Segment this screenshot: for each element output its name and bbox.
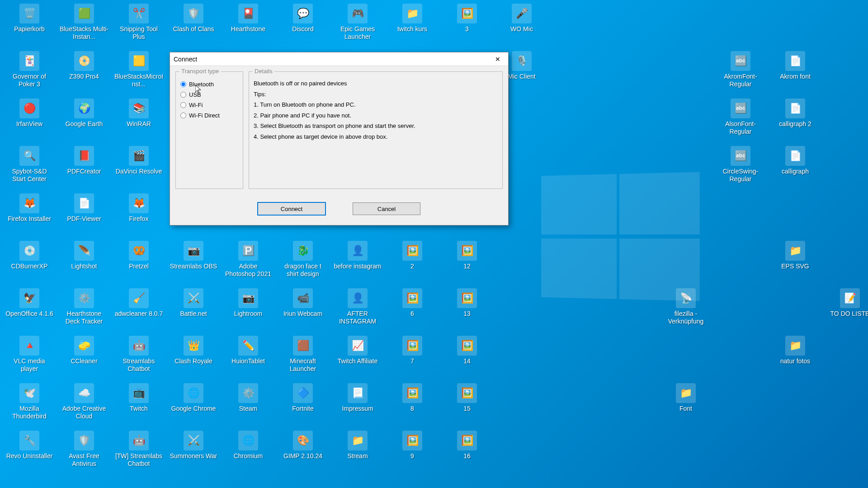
- desktop-icon[interactable]: 👤before instagram: [333, 241, 382, 270]
- desktop-icon[interactable]: ⚙️Hearthstone Deck Tracker: [59, 288, 109, 325]
- desktop-icon[interactable]: 🔧Revo Uninstaller: [5, 431, 54, 460]
- desktop-icon[interactable]: 🎬DaVinci Resolve: [114, 146, 164, 175]
- desktop-icon[interactable]: ⚔️Summoners War: [169, 431, 218, 460]
- desktop-icon[interactable]: 📄calligraph 2: [770, 99, 820, 128]
- desktop-icon[interactable]: 🖼️6: [387, 288, 437, 318]
- desktop-icon[interactable]: 📁twitch kurs: [387, 4, 437, 33]
- desktop-icon[interactable]: 🧽CCleaner: [59, 336, 109, 365]
- desktop-icon[interactable]: 🔤AkromFont-Regular: [716, 51, 765, 88]
- dialog-titlebar[interactable]: Connect ✕: [170, 52, 508, 66]
- desktop-icon[interactable]: 🛡️Clash of Clans: [169, 4, 218, 33]
- radio-wifi-direct-input[interactable]: [180, 113, 186, 118]
- desktop-icon[interactable]: 📄PDF-Viewer: [59, 193, 109, 223]
- desktop-icon[interactable]: 🌍Google Earth: [59, 99, 109, 128]
- desktop-icon[interactable]: 🎴Hearthstone: [223, 4, 273, 33]
- desktop-icon[interactable]: 🖼️2: [387, 241, 437, 270]
- desktop-icon[interactable]: 🖼️7: [387, 336, 437, 365]
- desktop-icon[interactable]: 🖼️12: [442, 241, 492, 270]
- radio-wifi-direct[interactable]: Wi-Fi Direct: [180, 112, 238, 119]
- desktop-icon[interactable]: 📈Twitch Affiliate: [333, 336, 382, 365]
- desktop-icon-label: Iriun Webcam: [283, 310, 322, 318]
- desktop-icon[interactable]: 🦅OpenOffice 4.1.6: [5, 288, 54, 318]
- desktop-icon[interactable]: 📚WinRAR: [114, 99, 164, 128]
- desktop-icon[interactable]: ⚙️Steam: [223, 383, 273, 413]
- desktop-icon[interactable]: 📁Stream: [333, 431, 382, 460]
- desktop-icon[interactable]: 🃏Governor of Poker 3: [5, 51, 54, 88]
- radio-bluetooth[interactable]: Bluetooth: [180, 81, 238, 88]
- desktop-icon[interactable]: 📹Iriun Webcam: [278, 288, 328, 318]
- app-icon: 🔧: [19, 431, 39, 450]
- desktop-icon[interactable]: 🥨Pretzel: [114, 241, 164, 270]
- desktop-icon[interactable]: 🛡️Avast Free Antivirus: [59, 431, 109, 468]
- desktop-icon[interactable]: 🤖[TW] Streamlabs Chatbot: [114, 431, 164, 468]
- desktop-icon[interactable]: 📡filezilla - Verknüpfung: [661, 288, 711, 325]
- desktop-icon[interactable]: 🔤AlsonFont-Regular: [716, 99, 765, 136]
- desktop-icon[interactable]: 🎮Epic Games Launcher: [333, 4, 382, 41]
- desktop-icon[interactable]: 🔴IrfanView: [5, 99, 54, 128]
- radio-wifi[interactable]: Wi-Fi: [180, 102, 238, 108]
- desktop-icon[interactable]: 🕊️Mozilla Thunderbird: [5, 383, 54, 420]
- desktop-icon[interactable]: 📄calligraph: [770, 146, 820, 175]
- desktop-icon[interactable]: ✏️HuionTablet: [223, 336, 273, 365]
- radio-wifi-input[interactable]: [180, 102, 186, 108]
- desktop-icon[interactable]: 🖼️16: [442, 431, 492, 460]
- desktop-icon[interactable]: 🖼️8: [387, 383, 437, 413]
- desktop-icon[interactable]: 🟫Minecraft Launcher: [278, 336, 328, 373]
- desktop-icon[interactable]: 📺Twitch: [114, 383, 164, 413]
- desktop-icon[interactable]: 🤖Streamlabs Chatbot: [114, 336, 164, 373]
- desktop-icon[interactable]: 🧹adwcleaner 8.0.7: [114, 288, 164, 318]
- desktop-icon[interactable]: 🦊Firefox Installer: [5, 193, 54, 223]
- radio-usb[interactable]: USB: [180, 91, 238, 98]
- desktop-icon[interactable]: 🟩BlueStacks Multi-Instan...: [59, 4, 109, 41]
- desktop-icon[interactable]: 🎤WO Mic: [497, 4, 547, 33]
- connect-button[interactable]: Connect: [258, 202, 326, 215]
- app-icon: 🎙️: [512, 51, 532, 71]
- desktop-icon[interactable]: 🐉dragon face t shirt design: [278, 241, 328, 278]
- close-button[interactable]: ✕: [491, 54, 505, 65]
- desktop-icon[interactable]: 👑Clash Royale: [169, 336, 218, 365]
- desktop-icon[interactable]: 🪶Lightshot: [59, 241, 109, 270]
- desktop-icon[interactable]: 🗑️Papierkorb: [5, 4, 54, 33]
- desktop-icon[interactable]: ☁️Adobe Creative Cloud: [59, 383, 109, 420]
- desktop-icon[interactable]: 💬Discord: [278, 4, 328, 33]
- desktop-icon[interactable]: 🟨BlueStacksMicroInst...: [114, 51, 164, 88]
- desktop-icon[interactable]: 🖼️3: [442, 4, 492, 33]
- app-icon: 🖼️: [457, 383, 477, 403]
- desktop-icon[interactable]: 📁EPS SVG: [770, 241, 820, 270]
- desktop-icon[interactable]: 🦊Firefox: [114, 193, 164, 223]
- desktop-icon[interactable]: 📁natur fotos: [770, 336, 820, 365]
- desktop-icon[interactable]: 📷Lightroom: [223, 288, 273, 318]
- desktop-icon[interactable]: 👤AFTER INSTAGRAM: [333, 288, 382, 325]
- desktop-icon[interactable]: 🌐Google Chrome: [169, 383, 218, 413]
- desktop-icon[interactable]: 🖼️13: [442, 288, 492, 318]
- radio-bluetooth-input[interactable]: [180, 81, 186, 87]
- app-icon: 📁: [785, 336, 805, 356]
- desktop-icon[interactable]: 🖼️14: [442, 336, 492, 365]
- desktop-icon[interactable]: 🅿️Adobe Photoshop 2021: [223, 241, 273, 278]
- desktop-icon[interactable]: 📷Streamlabs OBS: [169, 241, 218, 270]
- desktop-icon[interactable]: 🔷Fortnite: [278, 383, 328, 413]
- radio-usb-input[interactable]: [180, 92, 186, 98]
- desktop-icon[interactable]: 📀Z390 Pro4: [59, 51, 109, 80]
- desktop-icon[interactable]: 📝TO DO LISTE: [825, 288, 868, 318]
- desktop-icon[interactable]: 🔤CircleSwing-Regular: [716, 146, 765, 183]
- desktop-icon[interactable]: 🎨GIMP 2.10.24: [278, 431, 328, 460]
- app-icon: 🦅: [19, 288, 39, 308]
- app-icon: 📁: [348, 431, 368, 450]
- desktop-icon[interactable]: 💿CDBurnerXP: [5, 241, 54, 270]
- cancel-button[interactable]: Cancel: [353, 202, 420, 215]
- app-icon: 🟩: [74, 4, 94, 23]
- desktop-icon[interactable]: 📃Impressum: [333, 383, 382, 413]
- desktop-icon[interactable]: 📄Akrom font: [770, 51, 820, 80]
- desktop-icon[interactable]: ✂️Snipping Tool Plus: [114, 4, 164, 41]
- desktop-icon[interactable]: 📁Font: [661, 383, 711, 413]
- desktop-icon[interactable]: ⚔️Battle.net: [169, 288, 218, 318]
- desktop-icon[interactable]: 🌐Chromium: [223, 431, 273, 460]
- desktop-icon[interactable]: 🖼️9: [387, 431, 437, 460]
- desktop-icon[interactable]: 🔺VLC media player: [5, 336, 54, 373]
- desktop-icon-label: Lightroom: [234, 310, 262, 318]
- desktop-icon[interactable]: 🔍Spybot-S&D Start Center: [5, 146, 54, 183]
- desktop-icon[interactable]: 🖼️15: [442, 383, 492, 413]
- app-icon: 🖼️: [402, 383, 422, 403]
- desktop-icon[interactable]: 📕PDFCreator: [59, 146, 109, 175]
